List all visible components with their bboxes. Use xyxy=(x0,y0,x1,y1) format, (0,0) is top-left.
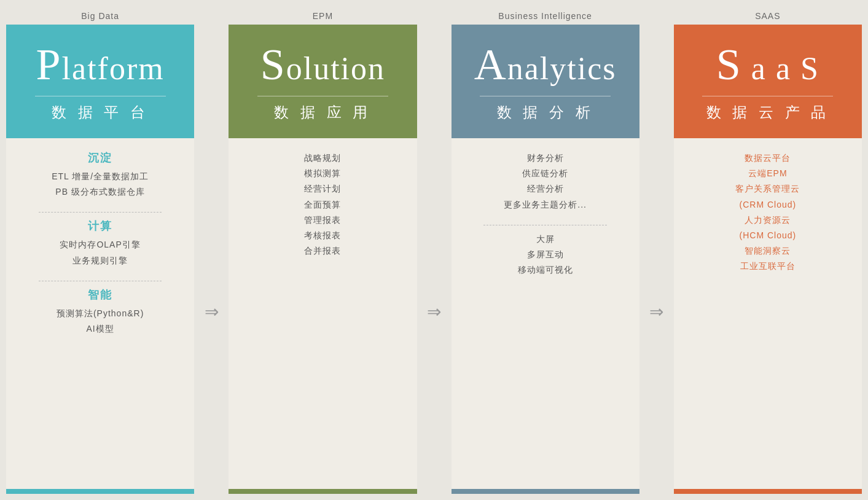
arrow-icon: ⇒ xyxy=(422,6,447,494)
list-item: 合并报表 xyxy=(304,243,341,259)
column-bi: Business IntelligenceAnalytics数 据 分 析财务分… xyxy=(452,6,639,494)
hero-subtitle-saas: 数 据 云 产 品 xyxy=(706,103,830,122)
list-item: 预测算法(Python&R) xyxy=(57,306,144,321)
list-item: 大屏 xyxy=(536,232,555,247)
hero-title-bi: Analytics xyxy=(474,41,617,89)
section-bi-2: 大屏多屏互动移动端可视化 xyxy=(458,232,633,278)
hero-subtitle-epm: 数 据 应 用 xyxy=(274,103,371,122)
hero-subtitle-big-data: 数 据 平 台 xyxy=(52,103,149,122)
col-header-saas: SAAS xyxy=(674,6,862,25)
list-item: 实时内存OLAP引擎 xyxy=(60,237,140,252)
bottom-bar-saas xyxy=(674,489,862,494)
section-big-data-2: 计算实时内存OLAP引擎业务规则引擎 xyxy=(12,219,188,268)
content-box-epm: 战略规划模拟测算经营计划全面预算管理报表考核报表合并报表 xyxy=(229,138,416,489)
section-bi-0: 财务分析供应链分析经营分析更多业务主题分析... xyxy=(458,150,633,213)
col-header-epm: EPM xyxy=(229,6,416,25)
bottom-bar-epm xyxy=(229,489,416,494)
list-item: 云端EPM xyxy=(748,166,787,181)
hero-title-big-data: Platform xyxy=(36,41,165,89)
hero-title-epm: Solution xyxy=(260,41,385,89)
main-container: Big DataPlatform数 据 平 台沉淀ETL 增量/全量数据加工PB… xyxy=(0,0,868,500)
list-item: 移动端可视化 xyxy=(518,262,573,278)
list-item: (HCM Cloud) xyxy=(740,228,797,243)
section-title-big-data-0: 沉淀 xyxy=(88,150,112,165)
list-item: ETL 增量/全量数据加工 xyxy=(52,169,149,184)
section-saas-0: 数据云平台云端EPM客户关系管理云(CRM Cloud)人力资源云(HCM Cl… xyxy=(680,150,856,275)
section-epm-0: 战略规划模拟测算经营计划全面预算管理报表考核报表合并报表 xyxy=(235,150,410,259)
list-item: AI模型 xyxy=(87,321,114,337)
list-item: 多屏互动 xyxy=(527,247,564,262)
col-header-bi: Business Intelligence xyxy=(452,6,639,25)
list-item: 模拟测算 xyxy=(304,166,341,181)
list-item: PB 级分布式数据仓库 xyxy=(55,184,145,200)
hero-box-big-data: Platform数 据 平 台 xyxy=(6,25,194,138)
list-item: 战略规划 xyxy=(304,150,341,166)
content-box-big-data: 沉淀ETL 增量/全量数据加工PB 级分布式数据仓库计算实时内存OLAP引擎业务… xyxy=(6,138,194,489)
bottom-bar-bi xyxy=(452,489,639,494)
section-big-data-4: 智能预测算法(Python&R)AI模型 xyxy=(12,287,188,337)
list-item: (CRM Cloud) xyxy=(740,197,797,213)
content-box-bi: 财务分析供应链分析经营分析更多业务主题分析...大屏多屏互动移动端可视化 xyxy=(452,138,639,489)
column-big-data: Big DataPlatform数 据 平 台沉淀ETL 增量/全量数据加工PB… xyxy=(6,6,194,494)
list-item: 客户关系管理云 xyxy=(735,181,800,197)
section-title-big-data-2: 计算 xyxy=(88,219,112,233)
list-item: 财务分析 xyxy=(527,150,564,166)
hero-title-saas: S a a S xyxy=(716,41,819,89)
content-box-saas: 数据云平台云端EPM客户关系管理云(CRM Cloud)人力资源云(HCM Cl… xyxy=(674,138,862,489)
hero-subtitle-bi: 数 据 分 析 xyxy=(497,103,594,122)
list-item: 经营计划 xyxy=(304,181,341,197)
hero-box-saas: S a a S数 据 云 产 品 xyxy=(674,25,862,138)
list-item: 供应链分析 xyxy=(522,166,568,181)
list-item: 智能洞察云 xyxy=(745,243,791,259)
list-item: 经营分析 xyxy=(527,181,564,197)
list-item: 业务规则引擎 xyxy=(72,253,128,268)
hero-box-bi: Analytics数 据 分 析 xyxy=(452,25,639,138)
list-item: 数据云平台 xyxy=(745,150,791,166)
list-item: 管理报表 xyxy=(304,213,341,228)
list-item: 人力资源云 xyxy=(745,213,791,228)
column-epm: EPMSolution数 据 应 用战略规划模拟测算经营计划全面预算管理报表考核… xyxy=(229,6,416,494)
section-title-big-data-4: 智能 xyxy=(88,287,112,302)
list-item: 全面预算 xyxy=(304,197,341,213)
list-item: 考核报表 xyxy=(304,228,341,243)
col-header-big-data: Big Data xyxy=(6,6,194,25)
bottom-bar-big-data xyxy=(6,489,194,494)
section-big-data-0: 沉淀ETL 增量/全量数据加工PB 级分布式数据仓库 xyxy=(12,150,188,200)
list-item: 工业互联平台 xyxy=(740,259,796,274)
list-item: 更多业务主题分析... xyxy=(504,197,587,213)
arrow-icon: ⇒ xyxy=(199,6,224,494)
column-saas: SAASS a a S数 据 云 产 品数据云平台云端EPM客户关系管理云(CR… xyxy=(674,6,862,494)
arrow-icon: ⇒ xyxy=(644,6,669,494)
hero-box-epm: Solution数 据 应 用 xyxy=(229,25,416,138)
